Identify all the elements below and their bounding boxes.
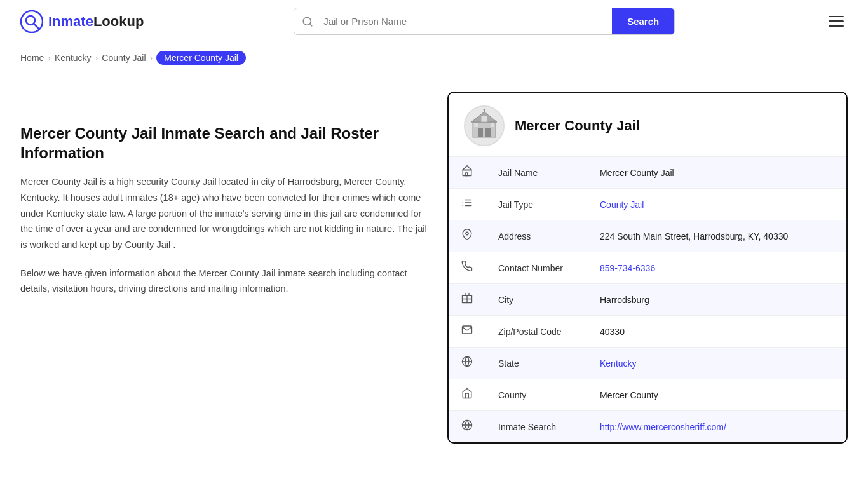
table-value: Mercer County Jail (587, 157, 846, 189)
table-link[interactable]: http://www.mercercosheriff.com/ (600, 422, 726, 432)
search-input[interactable] (321, 10, 612, 33)
table-row: Contact Number859-734-6336 (449, 252, 846, 284)
page-title: Mercer County Jail Inmate Search and Jai… (20, 123, 427, 163)
table-value[interactable]: County Jail (587, 189, 846, 220)
site-header: InmateLookup Search (0, 0, 868, 43)
menu-icon[interactable] (825, 12, 848, 31)
card-jail-name: Mercer County Jail (515, 118, 640, 134)
breadcrumb-county-jail[interactable]: County Jail (102, 53, 146, 63)
table-label: Inmate Search (485, 411, 587, 443)
jail-info-card: Mercer County Jail Jail NameMercer Count… (447, 92, 848, 444)
table-label: County (485, 379, 587, 411)
info-table: Jail NameMercer County JailJail TypeCoun… (449, 157, 846, 442)
table-label: Jail Name (485, 157, 587, 189)
main-content: Mercer County Jail Inmate Search and Jai… (0, 72, 868, 484)
search-bar: Search (294, 8, 675, 35)
breadcrumb: Home › Kentucky › County Jail › Mercer C… (0, 43, 868, 72)
left-panel: Mercer County Jail Inmate Search and Jai… (20, 85, 427, 459)
search-icon (294, 16, 321, 27)
table-row: Zip/Postal Code40330 (449, 316, 846, 348)
table-row: StateKentucky (449, 348, 846, 379)
jail-icon (449, 157, 485, 189)
table-value: Harrodsburg (587, 284, 846, 316)
table-label: State (485, 348, 587, 379)
svg-rect-16 (466, 173, 468, 176)
svg-point-13 (484, 109, 485, 111)
page-description: Mercer County Jail is a high security Co… (20, 174, 427, 252)
breadcrumb-sep-3: › (150, 53, 153, 63)
table-link[interactable]: Kentucky (600, 358, 637, 369)
card-header: Mercer County Jail (449, 93, 846, 157)
table-value: 224 South Main Street, Harrodsburg, KY, … (587, 220, 846, 252)
breadcrumb-sep-2: › (95, 53, 98, 63)
table-row: Jail TypeCounty Jail (449, 189, 846, 220)
table-value[interactable]: Kentucky (587, 348, 846, 379)
svg-line-4 (310, 24, 312, 25)
breadcrumb-home[interactable]: Home (20, 53, 44, 63)
globe-icon (449, 348, 485, 379)
table-label: Contact Number (485, 252, 587, 284)
table-value[interactable]: http://www.mercercosheriff.com/ (587, 411, 846, 443)
list-icon (449, 189, 485, 220)
breadcrumb-sep-1: › (48, 53, 51, 63)
table-value: 40330 (587, 316, 846, 348)
table-row: Jail NameMercer County Jail (449, 157, 846, 189)
jail-thumbnail (464, 105, 505, 146)
table-label: City (485, 284, 587, 316)
city-icon (449, 284, 485, 316)
logo[interactable]: InmateLookup (20, 10, 144, 33)
table-label: Jail Type (485, 189, 587, 220)
phone-icon (449, 252, 485, 284)
search-globe-icon (449, 411, 485, 443)
svg-point-0 (21, 11, 43, 32)
table-link[interactable]: County Jail (600, 200, 644, 210)
table-label: Address (485, 220, 587, 252)
table-row: Inmate Searchhttp://www.mercercosheriff.… (449, 411, 846, 443)
breadcrumb-kentucky[interactable]: Kentucky (55, 53, 92, 63)
svg-rect-11 (491, 123, 494, 127)
table-value: Mercer County (587, 379, 846, 411)
table-row: Address224 South Main Street, Harrodsbur… (449, 220, 846, 252)
logo-text: InmateLookup (48, 13, 144, 30)
svg-line-2 (34, 24, 38, 28)
svg-rect-10 (474, 123, 478, 127)
svg-rect-6 (478, 128, 483, 137)
table-row: CityHarrodsburg (449, 284, 846, 316)
table-row: CountyMercer County (449, 379, 846, 411)
table-label: Zip/Postal Code (485, 316, 587, 348)
table-value[interactable]: 859-734-6336 (587, 252, 846, 284)
pin-icon (449, 220, 485, 252)
svg-rect-9 (481, 116, 487, 122)
breadcrumb-current: Mercer County Jail (156, 51, 246, 65)
search-button[interactable]: Search (612, 8, 674, 34)
svg-rect-7 (485, 128, 491, 137)
mail-icon (449, 316, 485, 348)
svg-point-24 (466, 232, 469, 235)
page-description2: Below we have given information about th… (20, 266, 427, 297)
county-icon (449, 379, 485, 411)
svg-marker-15 (463, 166, 472, 170)
table-link[interactable]: 859-734-6336 (600, 263, 655, 273)
